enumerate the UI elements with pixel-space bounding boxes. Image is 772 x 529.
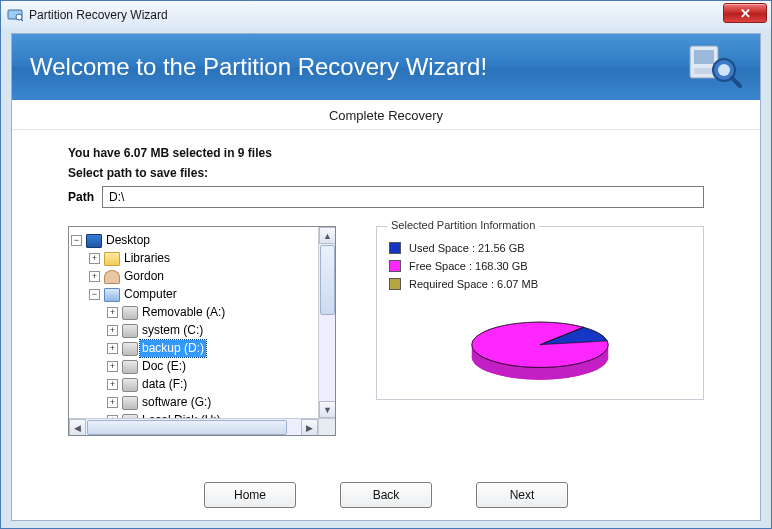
expand-icon[interactable]: +	[89, 253, 100, 264]
path-row: Path	[68, 186, 704, 208]
drive-icon	[122, 342, 138, 356]
drive-icon	[122, 378, 138, 392]
back-button[interactable]: Back	[340, 482, 432, 508]
tree-item-label: Doc (E:)	[140, 358, 188, 375]
scroll-thumb-horizontal[interactable]	[87, 420, 287, 435]
svg-line-8	[732, 78, 740, 86]
desktop-icon	[86, 234, 102, 248]
scroll-thumb-vertical[interactable]	[320, 245, 335, 315]
collapse-icon[interactable]: −	[71, 235, 82, 246]
tree-item-label: software (G:)	[140, 394, 213, 411]
tree-item[interactable]: +Doc (E:)	[107, 358, 188, 375]
drive-icon	[122, 324, 138, 338]
space-pie-chart	[445, 315, 635, 385]
select-path-prompt: Select path to save files:	[68, 166, 704, 180]
expand-icon[interactable]: +	[107, 343, 118, 354]
collapse-icon[interactable]: −	[89, 289, 100, 300]
close-button[interactable]: ✕	[723, 3, 767, 23]
tree-item[interactable]: +Gordon	[89, 268, 166, 285]
scroll-left-icon[interactable]: ◀	[69, 419, 86, 436]
svg-point-7	[718, 64, 730, 76]
tree-horizontal-scrollbar[interactable]: ◀ ▶	[69, 418, 318, 435]
tree-item[interactable]: +data (F:)	[107, 376, 189, 393]
step-subtitle: Complete Recovery	[12, 100, 760, 130]
expand-icon[interactable]: +	[107, 361, 118, 372]
expand-icon[interactable]: +	[107, 307, 118, 318]
welcome-heading: Welcome to the Partition Recovery Wizard…	[30, 53, 487, 81]
expand-icon[interactable]: +	[107, 379, 118, 390]
tree-item[interactable]: −Computer	[89, 286, 179, 303]
path-label: Path	[68, 190, 94, 204]
selection-summary: You have 6.07 MB selected in 9 files	[68, 146, 704, 160]
window-title: Partition Recovery Wizard	[29, 8, 168, 22]
wizard-icon	[686, 42, 742, 92]
tree-item-label: Desktop	[104, 232, 152, 249]
legend-free-label: Free Space : 168.30 GB	[409, 257, 528, 275]
app-icon	[7, 7, 23, 23]
expand-icon[interactable]: +	[107, 397, 118, 408]
tree-item[interactable]: −Desktop	[71, 232, 152, 249]
next-button[interactable]: Next	[476, 482, 568, 508]
tree-item-label: backup (D:)	[140, 340, 206, 357]
close-icon: ✕	[740, 6, 751, 21]
header-banner: Welcome to the Partition Recovery Wizard…	[12, 34, 760, 100]
svg-rect-4	[694, 50, 714, 64]
tree-item[interactable]: +Libraries	[89, 250, 172, 267]
tree-item-label: system (C:)	[140, 322, 205, 339]
tree-item-label: Removable (A:)	[140, 304, 227, 321]
legend-used-label: Used Space : 21.56 GB	[409, 239, 525, 257]
titlebar[interactable]: Partition Recovery Wizard ✕	[1, 1, 771, 29]
folder-icon	[104, 252, 120, 266]
window: Partition Recovery Wizard ✕ Welcome to t…	[0, 0, 772, 529]
legend-required: Required Space : 6.07 MB	[389, 275, 691, 293]
computer-icon	[104, 288, 120, 302]
scroll-up-icon[interactable]: ▲	[319, 227, 336, 244]
legend-free: Free Space : 168.30 GB	[389, 257, 691, 275]
tree-item[interactable]: +system (C:)	[107, 322, 205, 339]
partition-info-panel: Selected Partition Information Used Spac…	[376, 226, 704, 436]
tree-item-label: Computer	[122, 286, 179, 303]
svg-rect-5	[694, 68, 714, 74]
tree-item-label: data (F:)	[140, 376, 189, 393]
tree-item-label: Libraries	[122, 250, 172, 267]
path-input[interactable]	[102, 186, 704, 208]
drive-icon	[122, 396, 138, 410]
legend-used: Used Space : 21.56 GB	[389, 239, 691, 257]
space-legend: Used Space : 21.56 GB Free Space : 168.3…	[389, 239, 691, 293]
folder-tree[interactable]: −Desktop+Libraries+Gordon−Computer+Remov…	[68, 226, 336, 436]
tree-item[interactable]: +Removable (A:)	[107, 304, 227, 321]
user-icon	[104, 270, 120, 284]
tree-item-label: Gordon	[122, 268, 166, 285]
drive-icon	[122, 360, 138, 374]
button-row: Home Back Next	[12, 482, 760, 508]
expand-icon[interactable]: +	[107, 325, 118, 336]
swatch-used-icon	[389, 242, 401, 254]
tree-vertical-scrollbar[interactable]: ▲ ▼	[318, 227, 335, 418]
legend-required-label: Required Space : 6.07 MB	[409, 275, 538, 293]
body-area: You have 6.07 MB selected in 9 files Sel…	[12, 130, 760, 436]
scroll-right-icon[interactable]: ▶	[301, 419, 318, 436]
partition-info-fieldset: Selected Partition Information Used Spac…	[376, 226, 704, 400]
swatch-required-icon	[389, 278, 401, 290]
swatch-free-icon	[389, 260, 401, 272]
scroll-corner	[318, 418, 335, 435]
home-button[interactable]: Home	[204, 482, 296, 508]
partition-info-title: Selected Partition Information	[387, 219, 539, 231]
drive-icon	[122, 306, 138, 320]
expand-icon[interactable]: +	[89, 271, 100, 282]
scroll-down-icon[interactable]: ▼	[319, 401, 336, 418]
svg-line-2	[21, 19, 23, 21]
tree-item[interactable]: +software (G:)	[107, 394, 213, 411]
content-frame: Welcome to the Partition Recovery Wizard…	[11, 33, 761, 521]
tree-item[interactable]: +backup (D:)	[107, 340, 206, 357]
